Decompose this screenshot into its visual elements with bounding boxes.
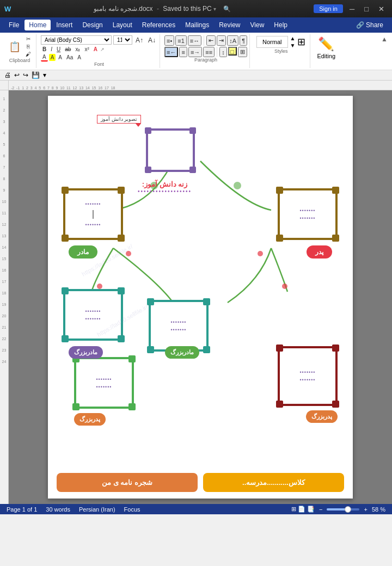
superscript-button[interactable]: x²	[83, 46, 90, 53]
change-case-button[interactable]: Aa	[65, 54, 75, 61]
font-size-select[interactable]: 11	[113, 35, 132, 45]
menu-layout[interactable]: Layout	[108, 20, 137, 30]
sort-button[interactable]: ↕A	[227, 35, 238, 46]
increase-indent-button[interactable]: ⇥	[217, 35, 226, 46]
status-focus[interactable]: Focus	[124, 506, 140, 513]
qt-save-button[interactable]: 💾	[32, 71, 40, 79]
font-name-select[interactable]: Arial (Body CS)	[41, 35, 112, 45]
word-icon: W	[4, 5, 11, 13]
bullet-list-button[interactable]: ≡•	[164, 35, 174, 46]
banner-my-tree: شجره نامه ی من	[57, 473, 198, 492]
minimize-button[interactable]: ─	[346, 4, 358, 14]
menu-mailings[interactable]: Mailings	[181, 20, 213, 30]
maximize-button[interactable]: □	[361, 4, 372, 14]
menu-references[interactable]: References	[138, 20, 180, 30]
text-effect-button[interactable]: A	[76, 54, 83, 61]
red-dots2: •••••••	[299, 377, 315, 383]
line-spacing-button[interactable]: ↕	[219, 47, 227, 57]
badge-grandfather-left: پدربزرگ	[74, 413, 106, 426]
teal-center-dots2: •••••••	[170, 327, 186, 333]
font-color2-button[interactable]: A	[57, 54, 64, 61]
decrease-indent-button[interactable]: ⇤	[206, 35, 216, 46]
menu-insert[interactable]: Insert	[52, 20, 77, 30]
qt-redo-icon[interactable]: ↪	[23, 71, 28, 79]
subscript-button[interactable]: x₂	[74, 46, 82, 53]
page[interactable]: https://lad20.sellfile.ir/ https://lad20…	[48, 96, 353, 499]
align-right-button[interactable]: ≡→	[188, 47, 202, 57]
ribbon-collapse-button[interactable]: ▲	[380, 34, 389, 68]
badge-grandfather-right: پدربزرگ	[306, 410, 338, 423]
menu-share[interactable]: 🔗 Share	[352, 20, 388, 30]
green-dots2: •••••••	[96, 384, 112, 390]
title-bar-title: شجره نامه بامبو.docx - Saved to this PC …	[11, 5, 314, 13]
frame-brown-right: ••••••• •••••••	[278, 188, 338, 240]
svg-point-2	[126, 251, 131, 256]
format-painter-button[interactable]: 🖌	[24, 51, 33, 58]
sign-in-button[interactable]: Sign in	[314, 4, 343, 13]
zoom-in-button[interactable]: +	[364, 506, 367, 513]
borders-button[interactable]: ⊞	[238, 47, 247, 57]
status-right: ⊞ 📄 📑 − + 58 %	[291, 506, 385, 513]
corner-tr	[189, 127, 196, 134]
badge-father: پدر	[307, 245, 332, 259]
styles-normal-button[interactable]: Normal	[256, 36, 287, 48]
italic-button[interactable]: I	[49, 46, 54, 53]
highlight-button[interactable]: A	[49, 54, 56, 61]
zoom-out-button[interactable]: −	[319, 506, 322, 513]
styles-expand-button[interactable]: ⊞	[297, 36, 305, 48]
photo-label-container: تصویر دانش آموز	[97, 115, 141, 127]
font-grow-button[interactable]: A↑	[134, 36, 145, 45]
clear-format-button[interactable]: A	[92, 46, 99, 53]
underline-button[interactable]: U	[55, 46, 62, 53]
menu-design[interactable]: Design	[78, 20, 107, 30]
editing-label: Editing	[317, 53, 335, 59]
multilevel-list-button[interactable]: ≡↔	[188, 35, 201, 46]
frame-teal-left: ••••••• •••••••	[63, 289, 123, 341]
student-dots: ••••••••••••••••••	[138, 188, 192, 194]
justify-button[interactable]: ≡≡	[203, 47, 215, 57]
bottom-banners: شجره نامه ی من کلاس...........مدرسه..	[57, 473, 344, 492]
doc-area: 123 456 789 101112 131415 161718 192021 …	[0, 90, 392, 504]
ribbon: 📋 ✂ ⎘ 🖌 Clipboard Arial (Body CS) 11 A↑	[0, 33, 392, 70]
photo-arrow	[136, 124, 141, 127]
brown-right-dots2: •••••••	[299, 216, 315, 221]
copy-button[interactable]: ⎘	[24, 43, 33, 50]
teal-left-dots2: •••••••	[85, 316, 101, 322]
zoom-handle[interactable]	[345, 506, 351, 513]
paste-button[interactable]: 📋	[7, 41, 23, 53]
font-color-button[interactable]: A	[41, 53, 48, 61]
font-section: Arial (Body CS) 11 A↑ A↓ B I U ab x₂ x² …	[39, 34, 160, 68]
bold-button[interactable]: B	[41, 46, 48, 53]
font-label: Font	[41, 61, 157, 67]
strikethrough-button[interactable]: ab	[63, 46, 72, 53]
font-shrink-button[interactable]: A↓	[146, 36, 157, 45]
badge-mother: مادر	[69, 245, 97, 259]
qt-undo-button[interactable]: ↩	[14, 71, 20, 79]
menu-file[interactable]: File	[4, 20, 23, 30]
teal-left-dots1: •••••••	[85, 309, 101, 314]
qt-print-button[interactable]: 🖨	[4, 71, 11, 79]
title-bar-left: W	[4, 5, 11, 13]
zoom-slider[interactable]	[327, 508, 359, 510]
menu-review[interactable]: Review	[215, 20, 244, 30]
shading-button[interactable]: □	[228, 47, 237, 56]
menu-home[interactable]: Home	[24, 20, 51, 30]
brown-left-dots1: •••••••	[85, 201, 101, 207]
teal-center-dots1: •••••••	[170, 319, 186, 325]
styles-up-button[interactable]: ▲	[290, 35, 296, 41]
ruler-labels: -2 -1 1 2 3 4 5 6 7 8 9 10 11 12 13 14 1…	[11, 86, 115, 90]
styles-section: Normal ▲ ▼ ⊞ Styles	[252, 34, 310, 68]
show-marks-button[interactable]: ¶	[240, 35, 247, 46]
close-button[interactable]: ✕	[375, 4, 388, 14]
paragraph-label: Paragraph	[164, 57, 247, 63]
align-center-button[interactable]: ≡	[179, 47, 187, 57]
qt-more-button[interactable]: ▾	[43, 71, 46, 79]
cut-button[interactable]: ✂	[24, 35, 33, 42]
styles-down-button[interactable]: ▼	[290, 42, 296, 48]
menu-help[interactable]: Help	[270, 20, 292, 30]
align-left-button[interactable]: ≡←	[164, 47, 178, 57]
menu-view[interactable]: View	[246, 20, 269, 30]
editing-section: ✏️ Editing	[313, 34, 340, 68]
clipboard-label: Clipboard	[9, 58, 30, 63]
number-list-button[interactable]: ≡1	[175, 35, 187, 46]
